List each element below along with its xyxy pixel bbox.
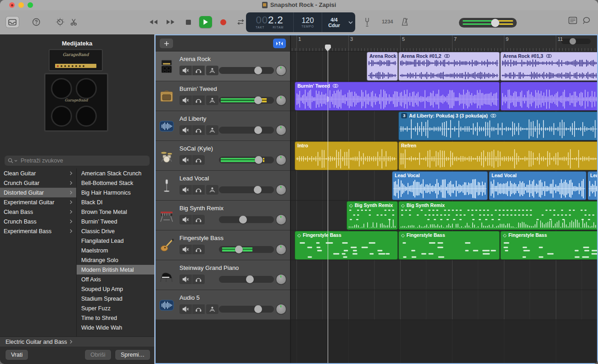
track-header[interactable]: Steinway Grand Piano: [156, 260, 290, 290]
region[interactable]: Lead Vocal: [392, 171, 488, 200]
category-item[interactable]: Experimental Bass: [0, 226, 76, 236]
preset-item[interactable]: Big Hair Harmonics: [77, 188, 154, 197]
revert-button[interactable]: Vrati: [6, 350, 28, 360]
track-volume-slider[interactable]: [219, 216, 274, 223]
track-header[interactable]: Lead Vocal: [156, 171, 290, 201]
search-input[interactable]: [20, 157, 146, 164]
preset-item[interactable]: Off Axis: [77, 274, 154, 284]
preset-item[interactable]: Souped Up Amp: [77, 284, 154, 294]
cycle-button[interactable]: [234, 16, 247, 28]
track-header[interactable]: Arena Rock: [156, 51, 290, 81]
preset-item[interactable]: Wide Wide Wah: [77, 323, 154, 332]
track-volume-slider[interactable]: [219, 246, 274, 253]
region[interactable]: 3Ad Liberty: Pokušaj 3 (3 pokušaja): [398, 112, 598, 140]
track-volume-slider[interactable]: [219, 306, 274, 313]
smart-controls-button[interactable]: [53, 16, 67, 28]
stop-button[interactable]: [182, 16, 195, 28]
region[interactable]: Intro: [295, 141, 398, 170]
volume-knob[interactable]: [254, 305, 262, 313]
rewind-button[interactable]: [147, 16, 160, 28]
library-toggle-button[interactable]: [6, 16, 19, 28]
mute-button[interactable]: [179, 125, 192, 135]
region[interactable]: Arena Rock #01,3: [500, 52, 598, 81]
track-volume-slider[interactable]: [219, 186, 274, 193]
pan-knob[interactable]: [276, 155, 286, 165]
input-monitor-button[interactable]: [206, 66, 218, 75]
time-ruler[interactable]: 1357911: [291, 35, 597, 51]
category-item[interactable]: Clean Guitar: [0, 168, 76, 178]
notepad-button[interactable]: [568, 17, 577, 24]
help-button[interactable]: [29, 16, 43, 28]
add-track-button[interactable]: [160, 39, 173, 48]
lcd-key-signature[interactable]: 4/4 Cdur: [322, 12, 346, 32]
track-volume-slider[interactable]: [219, 67, 274, 74]
record-button[interactable]: [217, 16, 229, 28]
master-volume-knob[interactable]: [491, 19, 499, 27]
track-header[interactable]: Big Synth Remix: [156, 201, 290, 230]
volume-knob[interactable]: [246, 275, 254, 283]
mute-button[interactable]: [179, 304, 192, 314]
region[interactable]: ◇Fingerstyle Bass: [295, 231, 398, 260]
tuner-button[interactable]: [363, 17, 371, 27]
category-item[interactable]: Distorted Guitar: [0, 188, 76, 197]
region[interactable]: Lead: [587, 171, 598, 200]
solo-button[interactable]: [192, 215, 205, 224]
solo-button[interactable]: [192, 125, 205, 135]
catch-playhead-button[interactable]: [273, 39, 286, 48]
region[interactable]: [500, 82, 598, 111]
track-header[interactable]: Audio 5: [156, 290, 290, 320]
lcd-tempo[interactable]: 120 TEMPO: [294, 12, 322, 32]
mute-button[interactable]: [179, 66, 192, 75]
forward-button[interactable]: [164, 16, 177, 28]
volume-knob[interactable]: [254, 126, 262, 134]
save-button[interactable]: Spremi…: [115, 350, 150, 360]
mute-button[interactable]: [179, 215, 192, 224]
input-monitor-button[interactable]: [206, 304, 218, 314]
lcd-position[interactable]: 002.2 TAKTRITAM: [246, 12, 294, 32]
category-item[interactable]: Crunch Guitar: [0, 178, 76, 188]
solo-button[interactable]: [192, 185, 205, 195]
pan-knob[interactable]: [276, 274, 286, 284]
preset-item[interactable]: Burnin’ Tweed: [77, 217, 154, 226]
pan-knob[interactable]: [276, 304, 286, 314]
region[interactable]: ◇Fingerstyle Bass: [500, 231, 598, 260]
region[interactable]: ◇Big Synth Remix: [347, 201, 398, 230]
mute-button[interactable]: [179, 274, 192, 284]
track-header[interactable]: Burnin’ Tweed: [156, 81, 290, 111]
master-volume-slider[interactable]: [459, 18, 517, 28]
pan-knob[interactable]: [276, 245, 286, 254]
pan-knob[interactable]: [276, 95, 286, 105]
category-item[interactable]: Clean Bass: [0, 207, 76, 217]
volume-knob[interactable]: [254, 186, 262, 194]
volume-knob[interactable]: [254, 96, 262, 104]
preset-item[interactable]: Brown Tone Metal: [77, 207, 154, 217]
volume-knob[interactable]: [255, 156, 263, 164]
preset-item[interactable]: Midrange Solo: [77, 255, 154, 265]
region[interactable]: Arena Rock: [367, 52, 398, 81]
track-volume-slider[interactable]: [219, 127, 274, 134]
zoom-slider-knob[interactable]: [570, 38, 576, 45]
document-proxy-icon[interactable]: [262, 2, 268, 8]
preset-item[interactable]: Bell-Bottomed Stack: [77, 178, 154, 188]
preset-item[interactable]: Stadium Spread: [77, 294, 154, 303]
pan-knob[interactable]: [276, 66, 286, 75]
mute-button[interactable]: [179, 95, 192, 105]
preset-item[interactable]: Modern British Metal: [77, 265, 154, 274]
preset-item[interactable]: Flangilated Lead: [77, 236, 154, 246]
category-item[interactable]: Experimental Guitar: [0, 197, 76, 207]
region[interactable]: ◇Big Synth Remix: [398, 201, 598, 230]
region[interactable]: ◇Fingerstyle Bass: [398, 231, 500, 260]
loop-browser-button[interactable]: [582, 16, 591, 25]
region[interactable]: Arena Rock #01,2: [398, 52, 500, 81]
editors-button[interactable]: [67, 16, 81, 28]
region[interactable]: Refren: [398, 141, 598, 170]
pan-knob[interactable]: [276, 125, 286, 135]
input-monitor-button[interactable]: [206, 95, 218, 105]
solo-button[interactable]: [192, 304, 205, 314]
pan-knob[interactable]: [276, 185, 286, 195]
region[interactable]: Lead Vocal: [489, 171, 587, 200]
track-header[interactable]: SoCal (Kyle): [156, 141, 290, 171]
count-in-button[interactable]: 1234: [382, 19, 393, 24]
track-header[interactable]: Fingerstyle Bass: [156, 230, 290, 260]
volume-knob[interactable]: [239, 216, 247, 224]
